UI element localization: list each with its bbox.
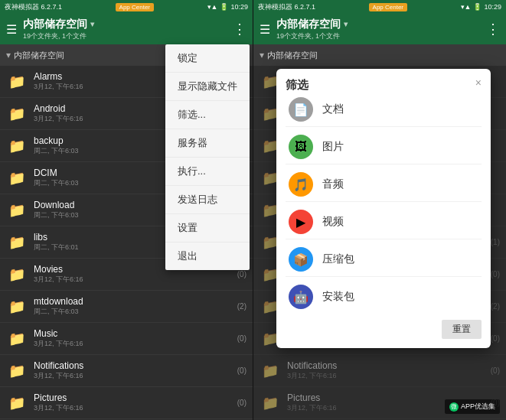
time-left: 10:29 — [230, 3, 248, 11]
filter-item[interactable]: 🖼图片 — [286, 130, 482, 164]
status-icons-left: ▾▲ 🔋 10:29 — [207, 3, 248, 11]
hamburger-icon-left[interactable]: ☰ — [6, 22, 17, 37]
folder-icon: 📁 — [6, 135, 28, 157]
watermark-text: APP优选集 — [461, 402, 495, 412]
filter-icon-压缩包: 📦 — [289, 247, 313, 272]
dropdown-item[interactable]: 执行... — [165, 158, 250, 186]
title-info-right: 内部储存空间 ▾ 19个文件夹, 1个文件 — [276, 18, 486, 41]
folder-icon: 📁 — [6, 168, 28, 189]
file-date: 3月12, 下午6:16 — [34, 339, 237, 349]
app-center-btn-left[interactable]: App Center — [116, 3, 154, 11]
title-subtitle-left: 19个文件夹, 1个文件 — [23, 31, 233, 41]
app-name-left: 夜神模拟器 6.2.7.1 — [5, 2, 62, 12]
chevron-down-icon-right[interactable]: ▾ — [344, 20, 348, 28]
app-center-btn-right[interactable]: App Center — [369, 3, 407, 11]
file-name: Pictures — [34, 392, 237, 403]
time-right: 10:29 — [484, 3, 501, 11]
filter-dialog: 筛选 × 📄文档🖼图片🎵音频▶视频📦压缩包🤖安装包 重置 — [276, 69, 491, 348]
file-name: mtdownload — [34, 296, 237, 307]
filter-icon-文档: 📄 — [289, 97, 313, 122]
battery-icon-right: 🔋 — [473, 3, 482, 11]
folder-icon: 📁 — [6, 360, 28, 382]
list-item: 📁Notifications3月12, 下午6:16(0) — [253, 355, 506, 387]
filter-label: 安装包 — [322, 290, 354, 304]
filter-label: 音频 — [322, 177, 344, 191]
title-subtitle-right: 19个文件夹, 1个文件 — [276, 31, 486, 41]
filter-item[interactable]: 🤖安装包 — [286, 280, 482, 314]
dropdown-item[interactable]: 设置 — [165, 214, 250, 243]
title-label-left: 内部储存空间 — [23, 18, 87, 31]
app-name-right: 夜神模拟器 6.2.7.1 — [258, 2, 315, 12]
right-panel: 夜神模拟器 6.2.7.1 App Center ▾▲ 🔋 10:29 ☰ 内部… — [253, 0, 506, 420]
breadcrumb-text-left: 内部储存空间 — [14, 50, 64, 61]
list-item[interactable]: 📁Music3月12, 下午6:16(0) — [0, 323, 253, 355]
filter-item[interactable]: 🎵音频 — [286, 168, 482, 202]
more-icon-right[interactable]: ⋮ — [486, 21, 500, 37]
breadcrumb-chevron-left: ▾ — [6, 50, 11, 60]
filter-icon-视频: ▶ — [289, 210, 313, 234]
file-date: 3月12, 下午6:16 — [34, 275, 237, 285]
filter-reset-button[interactable]: 重置 — [442, 320, 482, 339]
list-item[interactable]: 📁Pictures3月12, 下午6:16(0) — [0, 387, 253, 419]
folder-icon: 📁 — [260, 360, 281, 382]
breadcrumb-right: ▾ 内部储存空间 — [253, 44, 506, 66]
status-bar-left: 夜神模拟器 6.2.7.1 App Center ▾▲ 🔋 10:29 — [0, 0, 253, 14]
dropdown-item[interactable]: 服务器 — [165, 129, 250, 158]
dropdown-menu: 锁定显示隐藏文件筛选...服务器执行...发送日志设置退出 — [165, 44, 250, 270]
wifi-icon-right: ▾▲ — [461, 3, 472, 11]
file-info: mtdownload周二, 下午6:03 — [34, 296, 237, 317]
folder-icon: 📁 — [6, 232, 28, 253]
status-icons-right: ▾▲ 🔋 10:29 — [461, 3, 501, 11]
dropdown-item[interactable]: 锁定 — [165, 44, 250, 73]
chevron-down-icon-left[interactable]: ▾ — [90, 20, 94, 28]
filter-label: 压缩包 — [322, 252, 354, 266]
folder-icon: 📁 — [6, 103, 28, 125]
file-info: Notifications3月12, 下午6:16 — [34, 360, 237, 381]
title-label-right: 内部储存空间 — [276, 18, 341, 31]
hamburger-icon-right[interactable]: ☰ — [260, 22, 270, 37]
folder-icon: 📁 — [6, 200, 28, 221]
filter-label: 文档 — [322, 103, 344, 116]
breadcrumb-chevron-right: ▾ — [260, 50, 264, 60]
file-name: Notifications — [34, 360, 237, 371]
filter-reset-row: 重置 — [286, 320, 482, 339]
filter-item[interactable]: ▶视频 — [286, 205, 482, 239]
filter-label: 图片 — [322, 140, 344, 154]
file-count: (0) — [237, 334, 246, 343]
folder-icon: 📁 — [260, 392, 281, 414]
list-item[interactable]: 📁Notifications3月12, 下午6:16(0) — [0, 355, 253, 387]
filter-icon-音频: 🎵 — [289, 172, 313, 197]
filter-icon-安装包: 🤖 — [289, 285, 313, 309]
filter-item[interactable]: 📄文档 — [286, 93, 482, 127]
file-info: Pictures3月12, 下午6:16 — [34, 392, 237, 413]
wechat-icon: 微 — [449, 402, 459, 412]
dropdown-item[interactable]: 退出 — [165, 243, 250, 270]
file-date: 3月12, 下午6:16 — [34, 371, 237, 381]
dropdown-item[interactable]: 筛选... — [165, 101, 250, 129]
watermark: 微 APP优选集 — [445, 399, 500, 414]
file-count: (0) — [237, 366, 246, 375]
more-icon-left[interactable]: ⋮ — [233, 21, 246, 37]
list-item[interactable]: 📁mtdownload周二, 下午6:03(2) — [0, 291, 253, 323]
dropdown-item[interactable]: 显示隐藏文件 — [165, 73, 250, 101]
wifi-icon: ▾▲ — [207, 3, 218, 11]
title-bar-left: ☰ 内部储存空间 ▾ 19个文件夹, 1个文件 ⋮ — [0, 14, 253, 44]
file-info: Music3月12, 下午6:16 — [34, 328, 237, 349]
folder-icon: 📁 — [6, 328, 28, 350]
file-date: 3月12, 下午6:16 — [34, 403, 237, 413]
breadcrumb-text-right: 内部储存空间 — [267, 50, 318, 61]
file-date: 周二, 下午6:03 — [34, 307, 237, 317]
left-panel: 夜神模拟器 6.2.7.1 App Center ▾▲ 🔋 10:29 ☰ 内部… — [0, 0, 253, 420]
file-name: Music — [34, 328, 237, 339]
filter-close-button[interactable]: × — [475, 77, 482, 89]
title-bar-right: ☰ 内部储存空间 ▾ 19个文件夹, 1个文件 ⋮ — [253, 14, 506, 44]
title-text-left: 内部储存空间 ▾ — [23, 18, 233, 31]
file-count: (0) — [237, 270, 246, 278]
title-text-right: 内部储存空间 ▾ — [276, 18, 486, 31]
filter-items: 📄文档🖼图片🎵音频▶视频📦压缩包🤖安装包 — [286, 93, 482, 314]
filter-icon-图片: 🖼 — [289, 135, 313, 159]
filter-dialog-title: 筛选 — [286, 78, 308, 91]
dropdown-item[interactable]: 发送日志 — [165, 186, 250, 214]
filter-item[interactable]: 📦压缩包 — [286, 243, 482, 277]
file-count: (2) — [237, 302, 246, 311]
